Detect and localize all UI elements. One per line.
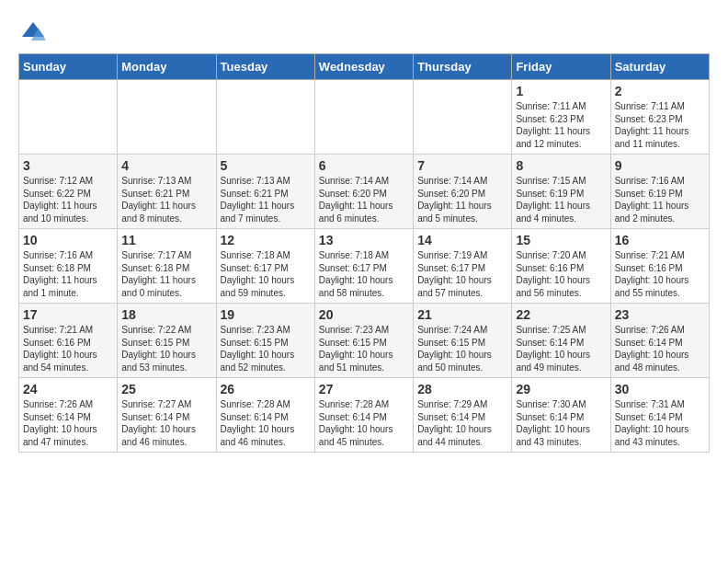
calendar-cell: 27Sunrise: 7:28 AM Sunset: 6:14 PM Dayli… — [314, 378, 413, 453]
day-number: 9 — [615, 158, 705, 173]
day-number: 29 — [516, 382, 606, 396]
logo — [18, 18, 46, 44]
calendar-cell: 26Sunrise: 7:28 AM Sunset: 6:14 PM Dayli… — [216, 378, 314, 453]
calendar-cell: 28Sunrise: 7:29 AM Sunset: 6:14 PM Dayli… — [414, 378, 512, 453]
calendar-cell: 2Sunrise: 7:11 AM Sunset: 6:23 PM Daylig… — [610, 80, 709, 155]
day-info: Sunrise: 7:25 AM Sunset: 6:14 PM Dayligh… — [516, 324, 606, 373]
day-number: 7 — [417, 158, 507, 173]
day-info: Sunrise: 7:23 AM Sunset: 6:15 PM Dayligh… — [319, 324, 409, 373]
calendar-cell: 18Sunrise: 7:22 AM Sunset: 6:15 PM Dayli… — [118, 304, 216, 378]
day-number: 24 — [23, 382, 113, 396]
day-number: 13 — [319, 233, 409, 247]
day-info: Sunrise: 7:28 AM Sunset: 6:14 PM Dayligh… — [319, 398, 409, 448]
week-row-4: 17Sunrise: 7:21 AM Sunset: 6:16 PM Dayli… — [19, 304, 710, 378]
calendar-cell: 14Sunrise: 7:19 AM Sunset: 6:17 PM Dayli… — [414, 229, 512, 304]
calendar-cell: 4Sunrise: 7:13 AM Sunset: 6:21 PM Daylig… — [118, 155, 216, 229]
calendar-cell — [19, 80, 118, 155]
logo-icon — [20, 18, 46, 44]
week-row-3: 10Sunrise: 7:16 AM Sunset: 6:18 PM Dayli… — [19, 229, 710, 304]
calendar-cell — [118, 80, 216, 155]
day-info: Sunrise: 7:28 AM Sunset: 6:14 PM Dayligh… — [221, 398, 311, 448]
page: SundayMondayTuesdayWednesdayThursdayFrid… — [0, 0, 728, 471]
calendar-cell: 17Sunrise: 7:21 AM Sunset: 6:16 PM Dayli… — [19, 304, 118, 378]
day-number: 3 — [23, 158, 113, 173]
calendar-cell: 30Sunrise: 7:31 AM Sunset: 6:14 PM Dayli… — [610, 378, 709, 453]
day-number: 8 — [516, 158, 606, 173]
day-info: Sunrise: 7:15 AM Sunset: 6:19 PM Dayligh… — [516, 175, 606, 224]
calendar-cell: 11Sunrise: 7:17 AM Sunset: 6:18 PM Dayli… — [118, 229, 216, 304]
day-info: Sunrise: 7:11 AM Sunset: 6:23 PM Dayligh… — [615, 100, 705, 150]
calendar-cell: 10Sunrise: 7:16 AM Sunset: 6:18 PM Dayli… — [19, 229, 118, 304]
day-number: 19 — [221, 307, 311, 322]
calendar-table: SundayMondayTuesdayWednesdayThursdayFrid… — [18, 53, 710, 453]
day-number: 10 — [23, 233, 113, 247]
day-info: Sunrise: 7:21 AM Sunset: 6:16 PM Dayligh… — [23, 324, 113, 373]
calendar-cell: 22Sunrise: 7:25 AM Sunset: 6:14 PM Dayli… — [512, 304, 610, 378]
weekday-header-wednesday: Wednesday — [314, 54, 413, 80]
day-info: Sunrise: 7:12 AM Sunset: 6:22 PM Dayligh… — [23, 175, 113, 224]
calendar-cell: 19Sunrise: 7:23 AM Sunset: 6:15 PM Dayli… — [216, 304, 314, 378]
week-row-2: 3Sunrise: 7:12 AM Sunset: 6:22 PM Daylig… — [19, 155, 710, 229]
day-number: 28 — [417, 382, 507, 396]
day-info: Sunrise: 7:26 AM Sunset: 6:14 PM Dayligh… — [23, 398, 113, 448]
weekday-header-sunday: Sunday — [19, 54, 118, 80]
week-row-5: 24Sunrise: 7:26 AM Sunset: 6:14 PM Dayli… — [19, 378, 710, 453]
day-number: 30 — [615, 382, 705, 396]
weekday-header-row: SundayMondayTuesdayWednesdayThursdayFrid… — [19, 54, 710, 80]
calendar-cell: 20Sunrise: 7:23 AM Sunset: 6:15 PM Dayli… — [314, 304, 413, 378]
calendar-cell: 29Sunrise: 7:30 AM Sunset: 6:14 PM Dayli… — [512, 378, 610, 453]
day-info: Sunrise: 7:18 AM Sunset: 6:17 PM Dayligh… — [319, 249, 409, 299]
day-info: Sunrise: 7:31 AM Sunset: 6:14 PM Dayligh… — [615, 398, 705, 448]
calendar-cell: 1Sunrise: 7:11 AM Sunset: 6:23 PM Daylig… — [512, 80, 610, 155]
calendar-cell: 23Sunrise: 7:26 AM Sunset: 6:14 PM Dayli… — [610, 304, 709, 378]
day-number: 2 — [615, 84, 705, 98]
day-info: Sunrise: 7:13 AM Sunset: 6:21 PM Dayligh… — [121, 175, 211, 224]
day-number: 15 — [516, 233, 606, 247]
day-number: 20 — [319, 307, 409, 322]
day-number: 22 — [516, 307, 606, 322]
calendar-cell: 7Sunrise: 7:14 AM Sunset: 6:20 PM Daylig… — [414, 155, 512, 229]
day-number: 12 — [221, 233, 311, 247]
day-info: Sunrise: 7:23 AM Sunset: 6:15 PM Dayligh… — [221, 324, 311, 373]
calendar-cell — [314, 80, 413, 155]
day-number: 1 — [516, 84, 606, 98]
day-info: Sunrise: 7:26 AM Sunset: 6:14 PM Dayligh… — [615, 324, 705, 373]
weekday-header-friday: Friday — [512, 54, 610, 80]
calendar-cell: 5Sunrise: 7:13 AM Sunset: 6:21 PM Daylig… — [216, 155, 314, 229]
calendar-cell: 8Sunrise: 7:15 AM Sunset: 6:19 PM Daylig… — [512, 155, 610, 229]
weekday-header-saturday: Saturday — [610, 54, 709, 80]
weekday-header-monday: Monday — [118, 54, 216, 80]
day-number: 5 — [221, 158, 311, 173]
calendar-cell: 16Sunrise: 7:21 AM Sunset: 6:16 PM Dayli… — [610, 229, 709, 304]
day-number: 21 — [417, 307, 507, 322]
calendar-cell — [216, 80, 314, 155]
day-info: Sunrise: 7:11 AM Sunset: 6:23 PM Dayligh… — [516, 100, 606, 150]
calendar-cell: 6Sunrise: 7:14 AM Sunset: 6:20 PM Daylig… — [314, 155, 413, 229]
calendar-cell — [414, 80, 512, 155]
day-info: Sunrise: 7:13 AM Sunset: 6:21 PM Dayligh… — [221, 175, 311, 224]
day-number: 23 — [615, 307, 705, 322]
weekday-header-thursday: Thursday — [414, 54, 512, 80]
day-number: 17 — [23, 307, 113, 322]
day-info: Sunrise: 7:17 AM Sunset: 6:18 PM Dayligh… — [121, 249, 211, 299]
day-number: 26 — [221, 382, 311, 396]
day-number: 11 — [121, 233, 211, 247]
week-row-1: 1Sunrise: 7:11 AM Sunset: 6:23 PM Daylig… — [19, 80, 710, 155]
calendar-cell: 25Sunrise: 7:27 AM Sunset: 6:14 PM Dayli… — [118, 378, 216, 453]
calendar-cell: 12Sunrise: 7:18 AM Sunset: 6:17 PM Dayli… — [216, 229, 314, 304]
day-number: 16 — [615, 233, 705, 247]
calendar-cell: 3Sunrise: 7:12 AM Sunset: 6:22 PM Daylig… — [19, 155, 118, 229]
day-info: Sunrise: 7:24 AM Sunset: 6:15 PM Dayligh… — [417, 324, 507, 373]
day-number: 6 — [319, 158, 409, 173]
calendar-cell: 13Sunrise: 7:18 AM Sunset: 6:17 PM Dayli… — [314, 229, 413, 304]
day-info: Sunrise: 7:21 AM Sunset: 6:16 PM Dayligh… — [615, 249, 705, 299]
weekday-header-tuesday: Tuesday — [216, 54, 314, 80]
day-info: Sunrise: 7:16 AM Sunset: 6:18 PM Dayligh… — [23, 249, 113, 299]
day-info: Sunrise: 7:14 AM Sunset: 6:20 PM Dayligh… — [319, 175, 409, 224]
day-info: Sunrise: 7:30 AM Sunset: 6:14 PM Dayligh… — [516, 398, 606, 448]
calendar-cell: 21Sunrise: 7:24 AM Sunset: 6:15 PM Dayli… — [414, 304, 512, 378]
day-info: Sunrise: 7:22 AM Sunset: 6:15 PM Dayligh… — [121, 324, 211, 373]
day-info: Sunrise: 7:14 AM Sunset: 6:20 PM Dayligh… — [417, 175, 507, 224]
day-info: Sunrise: 7:20 AM Sunset: 6:16 PM Dayligh… — [516, 249, 606, 299]
day-number: 4 — [121, 158, 211, 173]
